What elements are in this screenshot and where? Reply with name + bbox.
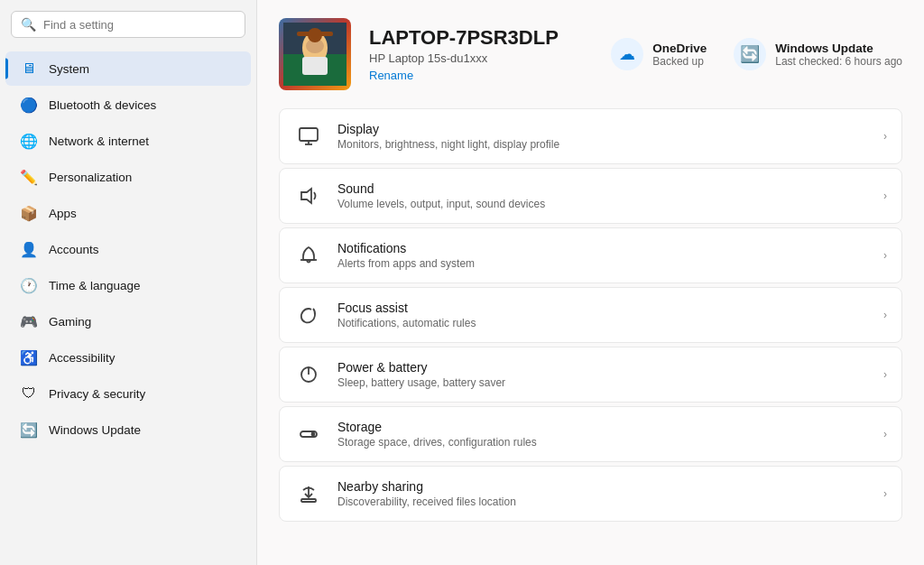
sidebar-item-accessibility[interactable]: ♿ Accessibility — [5, 340, 251, 375]
chevron-right-icon: › — [883, 249, 887, 262]
sidebar-item-apps[interactable]: 📦 Apps — [5, 196, 251, 230]
winupdate-title: Windows Update — [775, 42, 902, 55]
nearby-text: Nearby sharing Discoverability, received… — [337, 479, 869, 508]
setting-row-power[interactable]: Power & battery Sleep, battery usage, ba… — [279, 347, 902, 403]
onedrive-status[interactable]: ☁ OneDrive Backed up — [611, 38, 707, 70]
sidebar-item-time[interactable]: 🕐 Time & language — [5, 268, 251, 302]
focus-icon — [294, 301, 323, 329]
sidebar-item-label: Gaming — [49, 315, 91, 329]
setting-row-focus[interactable]: Focus assist Notifications, automatic ru… — [279, 287, 902, 343]
apps-icon: 📦 — [20, 204, 38, 222]
device-info: LAPTOP-7PSR3DLP HP Laptop 15s-du1xxx Ren… — [369, 26, 593, 82]
sidebar-item-privacy[interactable]: 🛡 Privacy & security — [5, 376, 251, 411]
sidebar-item-label: Time & language — [49, 279, 141, 292]
sound-desc: Volume levels, output, input, sound devi… — [337, 198, 869, 210]
storage-title: Storage — [337, 420, 869, 434]
network-icon: 🌐 — [20, 132, 38, 150]
display-text: Display Monitors, brightness, night ligh… — [337, 122, 869, 151]
sidebar-item-bluetooth[interactable]: 🔵 Bluetooth & devices — [5, 88, 251, 122]
chevron-right-icon: › — [883, 309, 887, 321]
setting-row-nearby[interactable]: Nearby sharing Discoverability, received… — [279, 466, 902, 522]
sound-text: Sound Volume levels, output, input, soun… — [337, 181, 869, 210]
chevron-right-icon: › — [883, 487, 887, 500]
sidebar-item-label: Apps — [49, 207, 77, 220]
settings-list: Display Monitors, brightness, night ligh… — [279, 108, 902, 522]
display-desc: Monitors, brightness, night light, displ… — [337, 138, 869, 151]
sound-title: Sound — [337, 181, 869, 196]
svg-point-15 — [312, 433, 315, 436]
winupdate-text: Windows Update Last checked: 6 hours ago — [775, 42, 902, 68]
search-input[interactable] — [43, 18, 236, 32]
svg-rect-16 — [301, 499, 316, 502]
setting-row-display[interactable]: Display Monitors, brightness, night ligh… — [279, 108, 902, 164]
chevron-right-icon: › — [883, 130, 887, 143]
onedrive-title: OneDrive — [652, 42, 707, 55]
svg-rect-3 — [302, 57, 328, 75]
chevron-right-icon: › — [883, 428, 887, 440]
storage-desc: Storage space, drives, configuration rul… — [337, 436, 869, 449]
main-content: LAPTOP-7PSR3DLP HP Laptop 15s-du1xxx Ren… — [257, 0, 924, 565]
svg-marker-10 — [301, 189, 311, 203]
personalization-icon: ✏️ — [20, 168, 38, 186]
rename-link[interactable]: Rename — [369, 69, 413, 82]
sidebar-item-personalization[interactable]: ✏️ Personalization — [5, 160, 251, 194]
winupdate-icon: 🔄 — [734, 38, 766, 70]
sidebar-item-label: Personalization — [49, 171, 132, 184]
power-desc: Sleep, battery usage, battery saver — [337, 376, 869, 389]
sidebar-item-label: Accounts — [49, 243, 99, 256]
search-box[interactable]: 🔍 — [11, 11, 245, 38]
setting-row-notifications[interactable]: Notifications Alerts from apps and syste… — [279, 227, 902, 283]
search-icon: 🔍 — [21, 17, 36, 32]
gaming-icon: 🎮 — [20, 312, 38, 330]
chevron-right-icon: › — [883, 190, 887, 202]
header-status: ☁ OneDrive Backed up 🔄 Windows Update La… — [611, 38, 902, 70]
sidebar-item-system[interactable]: 🖥 System — [5, 51, 251, 86]
accounts-icon: 👤 — [20, 240, 38, 258]
device-header: LAPTOP-7PSR3DLP HP Laptop 15s-du1xxx Ren… — [279, 18, 902, 90]
sidebar-item-windows-update[interactable]: 🔄 Windows Update — [5, 412, 251, 447]
device-name: LAPTOP-7PSR3DLP — [369, 26, 593, 50]
focus-title: Focus assist — [337, 301, 869, 315]
winupdate-subtitle: Last checked: 6 hours ago — [775, 55, 902, 68]
storage-icon — [294, 420, 323, 449]
time-icon: 🕐 — [20, 276, 38, 294]
notifications-desc: Alerts from apps and system — [337, 257, 869, 270]
display-icon — [294, 122, 323, 151]
windows-update-status[interactable]: 🔄 Windows Update Last checked: 6 hours a… — [734, 38, 902, 70]
power-title: Power & battery — [337, 360, 869, 375]
privacy-icon: 🛡 — [20, 384, 38, 403]
nearby-icon — [294, 479, 323, 508]
sidebar-item-label: Accessibility — [49, 351, 116, 365]
svg-rect-7 — [300, 128, 318, 141]
power-text: Power & battery Sleep, battery usage, ba… — [337, 360, 869, 389]
accessibility-icon: ♿ — [20, 348, 38, 366]
power-icon — [294, 360, 323, 389]
setting-row-storage[interactable]: Storage Storage space, drives, configura… — [279, 406, 902, 462]
sidebar-item-gaming[interactable]: 🎮 Gaming — [5, 304, 251, 338]
sidebar-item-label: Bluetooth & devices — [49, 98, 156, 112]
sidebar-item-label: Windows Update — [49, 423, 141, 437]
onedrive-subtitle: Backed up — [652, 55, 707, 68]
onedrive-icon: ☁ — [611, 38, 643, 70]
notifications-title: Notifications — [337, 241, 869, 255]
avatar — [279, 18, 351, 90]
display-title: Display — [337, 122, 869, 136]
setting-row-sound[interactable]: Sound Volume levels, output, input, soun… — [279, 168, 902, 224]
notifications-icon — [294, 241, 323, 270]
focus-desc: Notifications, automatic rules — [337, 317, 869, 329]
chevron-right-icon: › — [883, 368, 887, 381]
storage-text: Storage Storage space, drives, configura… — [337, 420, 869, 449]
sound-icon — [294, 181, 323, 210]
nearby-title: Nearby sharing — [337, 479, 869, 494]
focus-text: Focus assist Notifications, automatic ru… — [337, 301, 869, 329]
sidebar-item-label: Network & internet — [49, 134, 149, 148]
sidebar-item-label: Privacy & security — [49, 387, 145, 401]
notifications-text: Notifications Alerts from apps and syste… — [337, 241, 869, 270]
svg-point-6 — [308, 28, 322, 42]
device-model: HP Laptop 15s-du1xxx — [369, 51, 593, 65]
windows-update-icon: 🔄 — [20, 421, 38, 439]
sidebar-item-network[interactable]: 🌐 Network & internet — [5, 124, 251, 158]
sidebar: 🔍 🖥 System 🔵 Bluetooth & devices 🌐 Netwo… — [0, 0, 257, 565]
sidebar-item-accounts[interactable]: 👤 Accounts — [5, 232, 251, 266]
onedrive-text: OneDrive Backed up — [652, 42, 707, 68]
